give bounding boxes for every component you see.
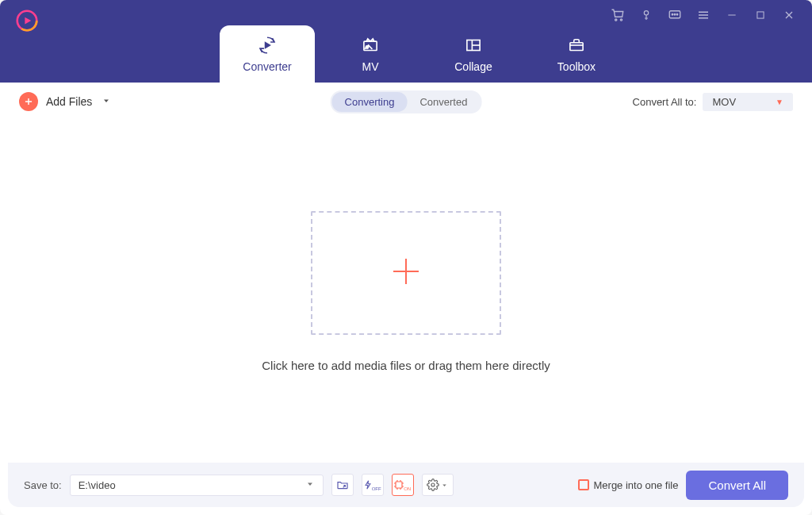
collage-icon bbox=[463, 35, 484, 56]
bottom-bar: Save to: E:\video OFF ON Merge into one … bbox=[8, 463, 804, 507]
svg-marker-27 bbox=[104, 100, 109, 103]
converter-icon bbox=[257, 35, 278, 56]
svg-point-3 bbox=[615, 19, 617, 21]
tab-label: Collage bbox=[454, 60, 492, 73]
convert-all-to: Convert All to: MOV ▼ bbox=[633, 93, 793, 111]
key-icon[interactable] bbox=[639, 8, 653, 22]
feedback-icon[interactable] bbox=[668, 8, 682, 22]
dropzone[interactable] bbox=[311, 211, 501, 335]
open-folder-button[interactable] bbox=[331, 474, 354, 496]
tab-label: Toolbox bbox=[557, 60, 596, 73]
svg-marker-30 bbox=[308, 482, 312, 486]
close-button[interactable] bbox=[782, 8, 796, 22]
save-path-dropdown[interactable]: E:\video bbox=[70, 475, 324, 496]
convert-to-label: Convert All to: bbox=[633, 96, 697, 108]
titlebar: Converter MV Collage Toolbox bbox=[0, 0, 812, 83]
sub-tabs: Converting Converted bbox=[331, 90, 482, 113]
save-path-value: E:\video bbox=[79, 479, 116, 491]
subtab-converted[interactable]: Converted bbox=[407, 92, 480, 112]
svg-rect-14 bbox=[757, 12, 764, 18]
svg-point-41 bbox=[431, 483, 435, 486]
svg-marker-42 bbox=[442, 484, 446, 486]
tab-label: Converter bbox=[243, 60, 291, 73]
svg-rect-32 bbox=[396, 482, 402, 488]
gpu-accel-toggle[interactable]: ON bbox=[392, 474, 414, 496]
toolbar: Add Files Converting Converted Convert A… bbox=[0, 83, 812, 121]
high-speed-toggle[interactable]: OFF bbox=[362, 474, 384, 496]
tab-label: MV bbox=[362, 60, 379, 73]
svg-point-5 bbox=[644, 11, 648, 15]
add-files-label: Add Files bbox=[46, 95, 92, 108]
format-value: MOV bbox=[712, 96, 736, 108]
toolbox-icon bbox=[566, 35, 587, 56]
chevron-down-icon bbox=[102, 94, 111, 109]
tab-mv[interactable]: MV bbox=[323, 25, 418, 83]
svg-point-8 bbox=[674, 14, 676, 16]
cart-icon[interactable] bbox=[611, 8, 625, 22]
merge-checkbox[interactable]: Merge into one file bbox=[578, 479, 679, 491]
svg-point-9 bbox=[676, 14, 678, 16]
tab-toolbox[interactable]: Toolbox bbox=[529, 25, 624, 83]
merge-label: Merge into one file bbox=[594, 479, 679, 491]
svg-marker-17 bbox=[266, 43, 270, 48]
content-area: Click here to add media files or drag th… bbox=[0, 121, 812, 463]
plus-icon bbox=[19, 92, 38, 111]
checkbox-icon bbox=[578, 479, 589, 490]
save-to-label: Save to: bbox=[24, 479, 62, 491]
tab-collage[interactable]: Collage bbox=[426, 25, 521, 83]
svg-rect-23 bbox=[570, 43, 583, 51]
dropzone-hint: Click here to add media files or drag th… bbox=[262, 359, 550, 372]
minimize-button[interactable] bbox=[725, 8, 739, 22]
svg-point-7 bbox=[672, 14, 673, 16]
svg-point-4 bbox=[620, 19, 622, 21]
plus-icon bbox=[387, 252, 425, 294]
settings-dropdown[interactable] bbox=[422, 474, 454, 496]
app-window: Converter MV Collage Toolbox bbox=[0, 0, 812, 515]
maximize-button[interactable] bbox=[753, 8, 768, 22]
window-controls bbox=[611, 8, 796, 22]
format-dropdown[interactable]: MOV ▼ bbox=[703, 93, 793, 111]
svg-marker-2 bbox=[25, 17, 31, 25]
convert-all-button[interactable]: Convert All bbox=[686, 471, 788, 500]
mv-icon bbox=[360, 35, 381, 56]
add-files-button[interactable]: Add Files bbox=[19, 92, 111, 111]
subtab-converting[interactable]: Converting bbox=[332, 92, 408, 112]
menu-icon[interactable] bbox=[696, 8, 710, 22]
tab-converter[interactable]: Converter bbox=[220, 25, 315, 83]
chevron-down-icon: ▼ bbox=[776, 98, 783, 106]
main-tabs: Converter MV Collage Toolbox bbox=[0, 25, 812, 83]
chevron-down-icon bbox=[305, 479, 315, 491]
